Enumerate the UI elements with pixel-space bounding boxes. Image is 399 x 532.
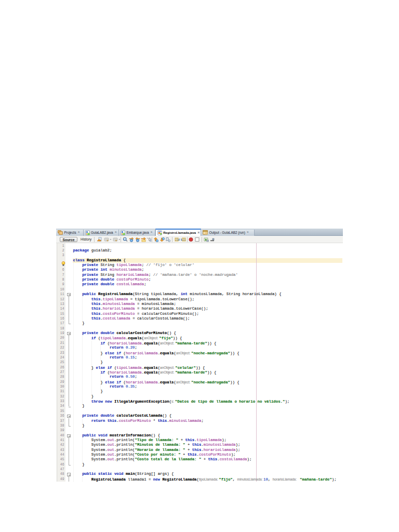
svg-text:21: 21: [175, 238, 178, 241]
svg-text:21: 21: [182, 238, 185, 241]
